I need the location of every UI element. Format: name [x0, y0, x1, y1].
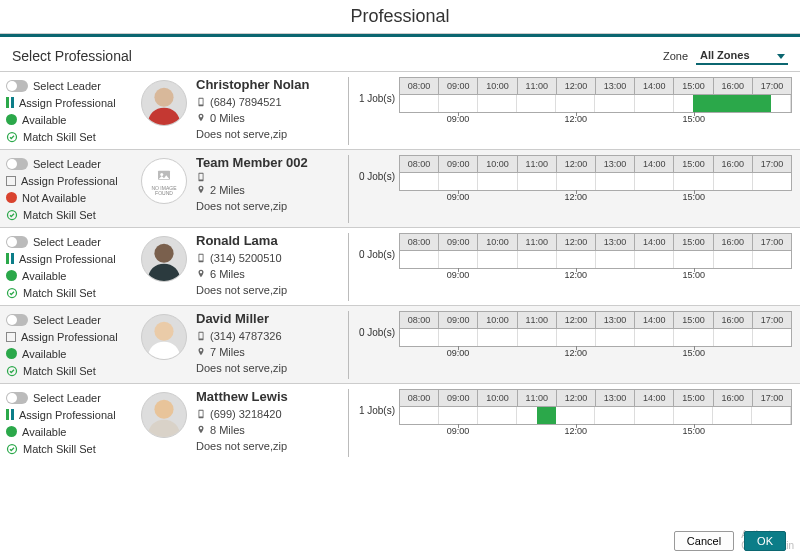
hour-footer: 09:00	[447, 114, 470, 124]
check-circle-icon	[6, 131, 18, 143]
professional-row: Select LeaderAssign ProfessionalNot Avai…	[0, 149, 800, 227]
check-circle-icon	[6, 443, 18, 455]
hour-header: 17:00	[753, 312, 791, 328]
match-skill-label: Match Skill Set	[23, 363, 96, 379]
hour-header: 16:00	[714, 234, 753, 250]
hour-header: 11:00	[518, 234, 557, 250]
hour-footer: 15:00	[682, 348, 705, 358]
hour-header: 10:00	[478, 78, 517, 94]
hour-header: 09:00	[439, 234, 478, 250]
professional-row: Select LeaderAssign ProfessionalAvailabl…	[0, 305, 800, 383]
hour-footer: 12:00	[565, 426, 588, 436]
dialog-title: Professional	[0, 0, 800, 34]
phone-icon	[196, 331, 206, 341]
availability-label: Not Available	[22, 190, 86, 206]
timeline-body[interactable]	[399, 173, 792, 191]
hour-header: 12:00	[557, 234, 596, 250]
svg-point-4	[160, 173, 163, 176]
hour-header: 13:00	[596, 312, 635, 328]
svg-point-6	[154, 244, 173, 263]
hour-header: 14:00	[635, 390, 674, 406]
professional-name: Ronald Lama	[196, 233, 342, 249]
select-leader-label: Select Leader	[33, 156, 101, 172]
assign-checkbox-icon[interactable]	[6, 176, 16, 186]
availability-dot-icon	[6, 192, 17, 203]
select-leader-toggle[interactable]	[6, 236, 28, 248]
timeline-body[interactable]	[399, 329, 792, 347]
timeline[interactable]: 08:0009:0010:0011:0012:0013:0014:0015:00…	[399, 77, 792, 127]
timeline[interactable]: 08:0009:0010:0011:0012:0013:0014:0015:00…	[399, 155, 792, 205]
hour-footer: 12:00	[565, 114, 588, 124]
professional-list: Select LeaderAssign ProfessionalAvailabl…	[0, 71, 800, 461]
hour-header: 16:00	[714, 78, 753, 94]
select-leader-toggle[interactable]	[6, 392, 28, 404]
miles-text: 2 Miles	[210, 182, 245, 198]
hour-header: 12:00	[557, 156, 596, 172]
column-divider	[348, 233, 349, 301]
phone-icon	[196, 253, 206, 263]
hour-header: 17:00	[753, 78, 791, 94]
hour-footer: 12:00	[565, 348, 588, 358]
assign-bar-icon	[6, 253, 9, 264]
timeline-body[interactable]	[399, 95, 792, 113]
timeline-footer: 09:0012:0015:00	[399, 425, 792, 439]
zone-dropdown[interactable]: All Zones	[696, 47, 788, 65]
check-circle-icon	[6, 209, 18, 221]
hour-header: 13:00	[596, 78, 635, 94]
hour-header: 15:00	[674, 234, 713, 250]
availability-dot-icon	[6, 114, 17, 125]
jobs-count-label: 0 Job(s)	[355, 311, 399, 338]
hour-header: 10:00	[478, 390, 517, 406]
timeline-body[interactable]	[399, 407, 792, 425]
job-block[interactable]	[693, 95, 771, 112]
title-divider	[0, 34, 800, 37]
miles-text: 7 Miles	[210, 344, 245, 360]
pin-icon	[196, 185, 206, 195]
job-block[interactable]	[537, 407, 557, 424]
timeline-body[interactable]	[399, 251, 792, 269]
check-circle-icon	[6, 365, 18, 377]
professional-row: Select LeaderAssign ProfessionalAvailabl…	[0, 227, 800, 305]
select-leader-label: Select Leader	[33, 234, 101, 250]
availability-dot-icon	[6, 270, 17, 281]
miles-text: 8 Miles	[210, 422, 245, 438]
hour-header: 14:00	[635, 78, 674, 94]
select-leader-toggle[interactable]	[6, 158, 28, 170]
phone-icon	[196, 172, 206, 182]
ok-button[interactable]: OK	[744, 531, 786, 551]
hour-footer: 15:00	[682, 270, 705, 280]
hour-header: 14:00	[635, 312, 674, 328]
jobs-count-label: 0 Job(s)	[355, 233, 399, 260]
select-leader-toggle[interactable]	[6, 314, 28, 326]
note-text: Does not serve,zip	[196, 360, 287, 376]
availability-label: Available	[22, 424, 66, 440]
timeline[interactable]: 08:0009:0010:0011:0012:0013:0014:0015:00…	[399, 233, 792, 283]
phone-icon	[196, 97, 206, 107]
availability-label: Available	[22, 346, 66, 362]
hour-header: 08:00	[400, 156, 439, 172]
availability-label: Available	[22, 112, 66, 128]
avatar	[141, 314, 187, 360]
zone-label: Zone	[663, 50, 688, 62]
timeline[interactable]: 08:0009:0010:0011:0012:0013:0014:0015:00…	[399, 311, 792, 361]
cancel-button[interactable]: Cancel	[674, 531, 734, 551]
timeline-header: 08:0009:0010:0011:0012:0013:0014:0015:00…	[399, 389, 792, 407]
check-circle-icon	[6, 287, 18, 299]
select-leader-toggle[interactable]	[6, 80, 28, 92]
timeline[interactable]: 08:0009:0010:0011:0012:0013:0014:0015:00…	[399, 389, 792, 439]
hour-footer: 09:00	[447, 270, 470, 280]
note-text: Does not serve,zip	[196, 126, 287, 142]
phone-text: (314) 4787326	[210, 328, 282, 344]
hour-header: 13:00	[596, 390, 635, 406]
assign-checkbox-icon[interactable]	[6, 332, 16, 342]
assign-professional-label: Assign Professional	[21, 329, 118, 345]
hour-header: 09:00	[439, 156, 478, 172]
professional-name: David Miller	[196, 311, 342, 327]
svg-point-1	[154, 88, 173, 107]
hour-header: 10:00	[478, 234, 517, 250]
professional-row: Select LeaderAssign ProfessionalAvailabl…	[0, 383, 800, 461]
match-skill-label: Match Skill Set	[23, 207, 96, 223]
header-row: Select Professional Zone All Zones	[0, 43, 800, 71]
hour-header: 11:00	[518, 156, 557, 172]
hour-header: 11:00	[518, 390, 557, 406]
